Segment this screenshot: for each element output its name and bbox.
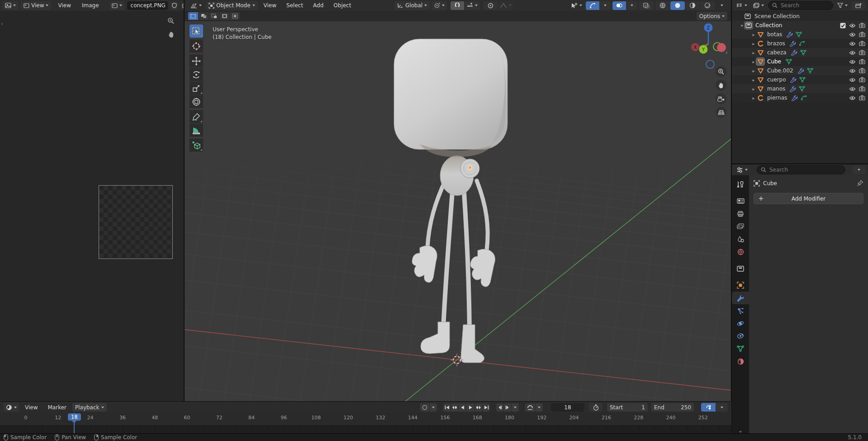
- disable-in-renders-icon[interactable]: [859, 59, 865, 64]
- modifier-wrench-icon[interactable]: [791, 50, 797, 56]
- image-menu-image[interactable]: Image: [78, 2, 103, 9]
- modifier-wrench-icon[interactable]: [790, 41, 796, 47]
- options-dropdown[interactable]: Options: [697, 12, 727, 20]
- viewport-menu-add[interactable]: Add: [309, 2, 327, 9]
- outliner-search-input[interactable]: [780, 2, 813, 9]
- hide-in-viewport-icon[interactable]: [849, 50, 856, 55]
- navigation-gizmo[interactable]: Z X Y: [684, 21, 730, 71]
- viewport-camera-button[interactable]: [716, 93, 726, 104]
- snap-toggle[interactable]: [451, 1, 464, 10]
- viewport-canvas[interactable]: User Perspective (18) Collection | Cube: [185, 21, 731, 401]
- pan-region-icon[interactable]: [166, 29, 176, 40]
- object-name[interactable]: Cube.002: [767, 67, 793, 74]
- transform-orientation-dropdown[interactable]: Global: [394, 1, 430, 10]
- viewport-menu-view[interactable]: View: [260, 2, 280, 9]
- outliner-object-row[interactable]: ▸ brazos: [732, 39, 868, 48]
- hide-in-viewport-icon[interactable]: [849, 41, 856, 46]
- end-frame-field[interactable]: End 250: [651, 403, 694, 412]
- curve-data-icon[interactable]: [801, 95, 807, 101]
- image-mode-dropdown[interactable]: View: [21, 1, 51, 10]
- new-collection-button[interactable]: [852, 1, 865, 10]
- fake-user-button[interactable]: [171, 1, 178, 10]
- scale-tool[interactable]: [190, 81, 203, 95]
- gizmos-toggle[interactable]: [586, 1, 599, 10]
- mesh-data-icon[interactable]: [800, 50, 806, 55]
- image-editor-canvas[interactable]: ›: [0, 11, 184, 401]
- select-mode-set-button[interactable]: [188, 12, 198, 20]
- play-reverse-button[interactable]: [459, 403, 466, 412]
- viewport-ortho-button[interactable]: [716, 107, 726, 118]
- properties-tab-material[interactable]: [732, 355, 749, 368]
- transform-tool[interactable]: [190, 95, 203, 108]
- shading-rendered-button[interactable]: [700, 1, 715, 10]
- hide-in-viewport-icon[interactable]: [849, 96, 856, 101]
- viewport-menu-select[interactable]: Select: [282, 2, 307, 9]
- outliner-filter-dropdown[interactable]: [835, 1, 849, 10]
- region-expand-chevron[interactable]: ›: [1, 21, 3, 27]
- object-visibility-dropdown[interactable]: [569, 1, 584, 10]
- properties-tab-world[interactable]: [732, 245, 749, 258]
- add-cube-tool[interactable]: [190, 139, 203, 152]
- outliner-object-row[interactable]: ▸ Cube.002: [732, 66, 868, 75]
- outliner-search[interactable]: [768, 1, 833, 10]
- object-name[interactable]: brazos: [767, 40, 785, 47]
- properties-tab-render[interactable]: [732, 195, 749, 207]
- expand-chevron[interactable]: ▸: [751, 32, 756, 37]
- move-tool[interactable]: [190, 54, 203, 67]
- play-button[interactable]: [466, 403, 474, 412]
- curve-data-icon[interactable]: [799, 41, 805, 46]
- disable-in-renders-icon[interactable]: [859, 23, 865, 28]
- snap-settings-dropdown[interactable]: [465, 1, 480, 10]
- sidebar-toggle-chevron[interactable]: ‹: [726, 49, 728, 56]
- shading-dropdown[interactable]: [716, 1, 727, 10]
- select-box-tool[interactable]: [190, 24, 203, 38]
- mesh-data-icon[interactable]: [786, 59, 792, 64]
- timeline-menu-view[interactable]: View: [21, 404, 42, 411]
- expand-chevron[interactable]: ▸: [751, 86, 756, 91]
- start-frame-field[interactable]: Start 1: [607, 403, 648, 412]
- shading-solid-button[interactable]: [670, 1, 685, 10]
- modifier-wrench-icon[interactable]: [790, 86, 796, 92]
- hide-in-viewport-icon[interactable]: [849, 23, 856, 28]
- timeline-track[interactable]: [0, 426, 731, 433]
- timeline-menu-playback[interactable]: Playback: [72, 403, 107, 412]
- properties-tab-scene[interactable]: [732, 233, 749, 245]
- properties-tab-collection[interactable]: [732, 262, 749, 275]
- mesh-data-icon[interactable]: [799, 77, 806, 82]
- image-editor-type-dropdown[interactable]: [3, 1, 18, 10]
- expand-chevron[interactable]: ▸: [751, 96, 756, 101]
- auto-keying-dropdown[interactable]: [430, 403, 437, 412]
- zoom-region-icon[interactable]: [166, 15, 176, 26]
- select-mode-intersect-button[interactable]: [230, 12, 240, 20]
- disable-in-renders-icon[interactable]: [859, 50, 865, 55]
- properties-editor-type-dropdown[interactable]: [735, 166, 749, 174]
- browse-image-dropdown[interactable]: [109, 1, 124, 10]
- expand-chevron[interactable]: ▸: [751, 59, 756, 64]
- hide-in-viewport-icon[interactable]: [849, 68, 856, 73]
- properties-tab-object[interactable]: [732, 279, 749, 292]
- playback-sync-dropdown[interactable]: [716, 403, 728, 412]
- timeline-editor-type-dropdown[interactable]: [4, 403, 19, 412]
- rotate-tool[interactable]: [190, 68, 203, 81]
- annotate-tool[interactable]: [190, 110, 203, 123]
- overlays-dropdown[interactable]: [626, 1, 637, 10]
- hide-in-viewport-icon[interactable]: [849, 86, 856, 91]
- disable-in-renders-icon[interactable]: [859, 68, 865, 73]
- properties-tab-particles[interactable]: [732, 304, 749, 317]
- outliner-object-row[interactable]: ▸ botas: [732, 30, 868, 39]
- object-name[interactable]: piernas: [767, 95, 787, 101]
- properties-tab-data[interactable]: [732, 342, 749, 355]
- current-frame-field[interactable]: 18: [551, 403, 584, 412]
- pin-icon[interactable]: [857, 180, 863, 187]
- object-type-icon[interactable]: [756, 85, 764, 92]
- jump-to-end-button[interactable]: [483, 403, 490, 412]
- outliner-object-row[interactable]: ▸ Cube: [732, 57, 868, 66]
- collection-row[interactable]: ▾ Collection: [732, 21, 868, 30]
- object-name[interactable]: Cube: [767, 58, 781, 65]
- mesh-data-icon[interactable]: [807, 68, 813, 73]
- modifier-wrench-icon[interactable]: [798, 68, 804, 74]
- mesh-data-icon[interactable]: [796, 32, 802, 37]
- scene-collection-row[interactable]: Scene Collection: [732, 12, 868, 21]
- expand-chevron[interactable]: ▸: [751, 77, 756, 82]
- use-preview-range-button[interactable]: [589, 403, 602, 412]
